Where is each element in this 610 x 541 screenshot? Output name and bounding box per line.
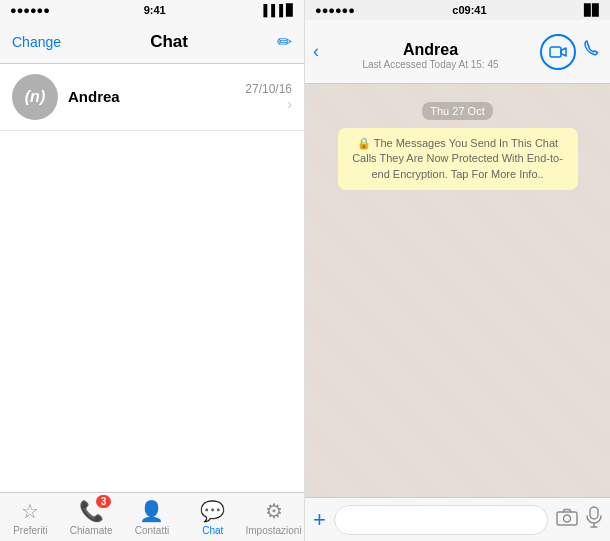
right-panel: ●●●●●● c09:41 ▊▊ ‹ Andrea Last Accessed … xyxy=(305,0,610,541)
left-panel: ●●●●●● 9:41 ▐▐▐ ▊ Change Chat ✏ (n) Andr… xyxy=(0,0,305,541)
left-nav-bar: Change Chat ✏ xyxy=(0,20,304,64)
message-input[interactable] xyxy=(334,505,548,535)
tab-impostazioni[interactable]: ⚙ Impostazioni xyxy=(244,499,304,536)
right-time: c09:41 xyxy=(452,4,486,16)
avatar: (n) xyxy=(12,74,58,120)
back-chevron-icon: ‹ xyxy=(313,41,319,62)
system-message: 🔒 The Messages You Send In This Chat Cal… xyxy=(338,128,578,190)
person-icon: 👤 xyxy=(139,499,164,523)
tab-preferiti-label: Preferiti xyxy=(13,525,47,536)
right-battery: ▊▊ xyxy=(584,4,600,17)
camera-button[interactable] xyxy=(556,508,578,531)
chat-icon: 💬 xyxy=(200,499,225,523)
tab-contatti-label: Contatti xyxy=(135,525,169,536)
back-button[interactable]: ‹ xyxy=(313,41,321,62)
left-time: 9:41 xyxy=(144,4,166,16)
star-icon: ☆ xyxy=(21,499,39,523)
left-battery: ▐▐▐ ▊ xyxy=(260,4,294,17)
left-tab-bar: ☆ Preferiti 📞 3 Chiamate 👤 Contatti 💬 Ch… xyxy=(0,492,304,541)
chiamate-badge: 3 xyxy=(96,495,112,508)
tab-chiamate-label: Chiamate xyxy=(70,525,113,536)
gear-icon: ⚙ xyxy=(265,499,283,523)
right-input-bar: + xyxy=(305,497,610,541)
chat-item-right: 27/10/16 › xyxy=(237,82,292,112)
chat-list: (n) Andrea 27/10/16 › xyxy=(0,64,304,492)
tab-chat-label: Chat xyxy=(202,525,223,536)
chat-name: Andrea xyxy=(68,88,120,105)
chat-title: Chat xyxy=(150,32,188,52)
contact-name: Andrea xyxy=(403,41,458,59)
chat-info: Andrea xyxy=(68,88,237,106)
chat-messages: Thu 27 Oct 🔒 The Messages You Send In Th… xyxy=(305,84,610,497)
tab-chiamate[interactable]: 📞 3 Chiamate xyxy=(61,499,121,536)
chevron-right-icon: › xyxy=(287,96,292,112)
contact-status: Last Accessed Today At 15: 45 xyxy=(362,59,498,70)
left-signal: ●●●●●● xyxy=(10,4,50,16)
add-button[interactable]: + xyxy=(313,507,326,533)
mic-button[interactable] xyxy=(586,506,602,533)
left-status-bar: ●●●●●● 9:41 ▐▐▐ ▊ xyxy=(0,0,304,20)
svg-rect-0 xyxy=(550,47,561,57)
svg-rect-3 xyxy=(590,507,598,519)
phone-button[interactable] xyxy=(584,40,602,63)
tab-chat[interactable]: 💬 Chat xyxy=(183,499,243,536)
tab-contatti[interactable]: 👤 Contatti xyxy=(122,499,182,536)
change-button[interactable]: Change xyxy=(12,34,61,50)
right-status-bar: ●●●●●● c09:41 ▊▊ xyxy=(305,0,610,20)
date-label: Thu 27 Oct xyxy=(422,102,492,120)
contact-info[interactable]: Andrea Last Accessed Today At 15: 45 xyxy=(321,41,540,70)
right-signal: ●●●●●● xyxy=(315,4,355,16)
video-call-button[interactable] xyxy=(540,34,576,70)
svg-rect-1 xyxy=(557,512,577,525)
nav-actions xyxy=(540,34,602,70)
tab-impostazioni-label: Impostazioni xyxy=(246,525,302,536)
chat-list-item[interactable]: (n) Andrea 27/10/16 › xyxy=(0,64,304,131)
svg-point-2 xyxy=(564,515,571,522)
tab-preferiti[interactable]: ☆ Preferiti xyxy=(0,499,60,536)
chat-date: 27/10/16 xyxy=(245,82,292,96)
right-nav-bar: ‹ Andrea Last Accessed Today At 15: 45 xyxy=(305,20,610,84)
compose-button[interactable]: ✏ xyxy=(277,31,292,53)
